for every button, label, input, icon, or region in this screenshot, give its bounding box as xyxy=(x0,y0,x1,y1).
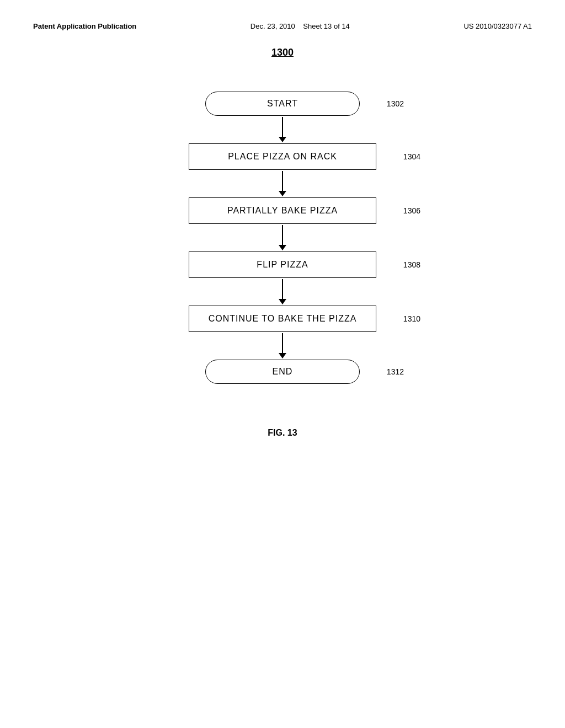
node-wrapper-1304: PLACE PIZZA ON RACK 1304 xyxy=(189,143,376,170)
figure-number-top: 1300 xyxy=(33,47,532,58)
ref-1302: 1302 xyxy=(387,99,404,108)
node-wrapper-1308: FLIP PIZZA 1308 xyxy=(189,251,376,278)
arrow-head xyxy=(279,191,286,196)
node-continue-bake-label: CONTINUE TO BAKE THE PIZZA xyxy=(209,314,357,323)
arrow-4 xyxy=(279,278,286,306)
node-place-pizza: PLACE PIZZA ON RACK xyxy=(189,143,376,170)
node-end: END xyxy=(205,360,360,384)
flowchart: START 1302 PLACE PIZZA ON RACK 1304 PART… xyxy=(145,92,420,384)
node-partially-bake-label: PARTIALLY BAKE PIZZA xyxy=(227,206,338,215)
arrow-1 xyxy=(279,116,286,143)
node-start-label: START xyxy=(267,99,298,108)
ref-1310: 1310 xyxy=(403,314,420,323)
arrow-head xyxy=(279,245,286,250)
node-partially-bake: PARTIALLY BAKE PIZZA xyxy=(189,197,376,224)
node-wrapper-1312: END 1312 xyxy=(205,360,360,384)
node-wrapper-1310: CONTINUE TO BAKE THE PIZZA 1310 xyxy=(189,306,376,332)
header: Patent Application Publication Dec. 23, … xyxy=(33,22,532,30)
header-right: US 2010/0323077 A1 xyxy=(463,22,532,30)
page: Patent Application Publication Dec. 23, … xyxy=(0,0,565,728)
arrow-2 xyxy=(279,170,286,197)
arrow-head xyxy=(279,299,286,304)
ref-1308: 1308 xyxy=(403,260,420,269)
header-date: Dec. 23, 2010 xyxy=(250,22,295,30)
header-sheet: Sheet 13 of 14 xyxy=(303,22,350,30)
ref-1306: 1306 xyxy=(403,206,420,215)
node-start: START xyxy=(205,92,360,116)
arrow-line xyxy=(282,225,283,245)
node-wrapper-1306: PARTIALLY BAKE PIZZA 1306 xyxy=(189,197,376,224)
arrow-line xyxy=(282,279,283,299)
node-flip-pizza-label: FLIP PIZZA xyxy=(257,260,308,269)
node-continue-bake: CONTINUE TO BAKE THE PIZZA xyxy=(189,306,376,332)
node-flip-pizza: FLIP PIZZA xyxy=(189,251,376,278)
figure-caption: FIG. 13 xyxy=(33,428,532,438)
arrow-head xyxy=(279,353,286,358)
arrow-line xyxy=(282,333,283,353)
arrow-line xyxy=(282,117,283,137)
ref-1312: 1312 xyxy=(387,367,404,376)
ref-1304: 1304 xyxy=(403,152,420,161)
arrow-line xyxy=(282,171,283,191)
header-left: Patent Application Publication xyxy=(33,22,136,30)
arrow-head xyxy=(279,137,286,142)
node-end-label: END xyxy=(273,367,293,376)
node-place-pizza-label: PLACE PIZZA ON RACK xyxy=(228,152,337,161)
header-center: Dec. 23, 2010 Sheet 13 of 14 xyxy=(250,22,350,30)
arrow-5 xyxy=(279,332,286,360)
arrow-3 xyxy=(279,224,286,251)
node-wrapper-1302: START 1302 xyxy=(205,92,360,116)
